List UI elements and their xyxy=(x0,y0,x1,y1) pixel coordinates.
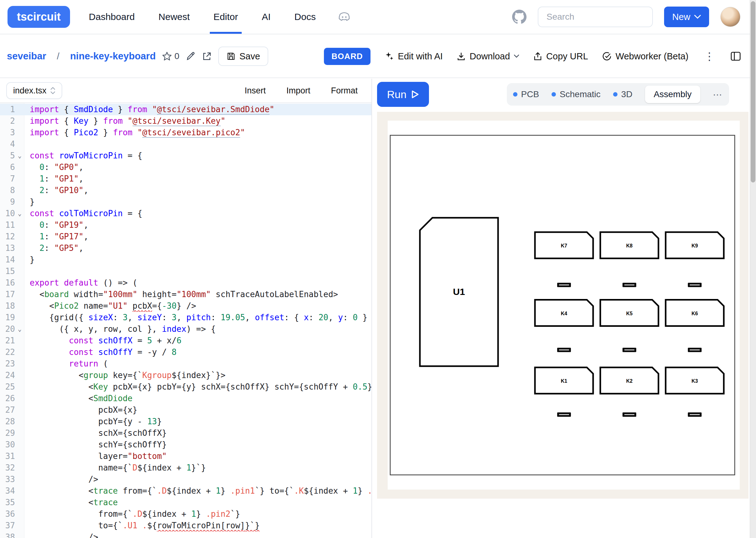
code-area[interactable]: 1import { SmdDiode } from "@tsci/seveiba… xyxy=(0,103,372,538)
code-line-21[interactable]: 21 const schOffX = 5 + x/6 xyxy=(0,335,372,347)
fold-spacer xyxy=(15,266,25,277)
code-line-33[interactable]: 33 /> xyxy=(0,474,372,485)
save-button[interactable]: Save xyxy=(218,47,268,66)
code-line-18[interactable]: 18 <Pico2 name="U1" pcbX={-30} /> xyxy=(0,300,372,312)
nav-link-ai[interactable]: AI xyxy=(262,0,270,34)
new-button[interactable]: New xyxy=(664,7,709,27)
view-tab-assembly[interactable]: Assembly xyxy=(645,85,700,103)
view-tabs-more[interactable]: ⋯ xyxy=(713,89,723,100)
fold-spacer xyxy=(15,485,25,497)
scrollbar-thumb[interactable] xyxy=(751,1,755,183)
line-number: 33 xyxy=(0,474,15,485)
code-line-26[interactable]: 26 <SmdDiode xyxy=(0,393,372,404)
file-select[interactable]: index.tsx xyxy=(6,82,62,99)
code-text: pcbX={x} xyxy=(25,404,372,416)
code-line-20[interactable]: 20⌄ ({ x, y, row, col }, index) => { xyxy=(0,323,372,335)
editor-menu-import[interactable]: Import xyxy=(286,86,311,96)
star-icon xyxy=(162,51,172,61)
view-tab-pcb[interactable]: PCB xyxy=(513,89,539,99)
run-button[interactable]: Run xyxy=(377,82,429,107)
component-key-label-k5: K5 xyxy=(626,311,633,316)
code-text: const schOffX = 5 + x/6 xyxy=(25,335,372,347)
code-line-9[interactable]: 9} xyxy=(0,196,372,208)
code-line-6[interactable]: 6 0: "GP0", xyxy=(0,162,372,173)
code-line-19[interactable]: 19 {grid({ sizeX: 3, sizeY: 3, pitch: 19… xyxy=(0,312,372,323)
code-line-3[interactable]: 3import { Pico2 } from "@tsci/seveibar.p… xyxy=(0,127,372,138)
line-number: 14 xyxy=(0,254,15,266)
code-line-23[interactable]: 23 return ( xyxy=(0,358,372,370)
avatar[interactable] xyxy=(720,7,740,27)
code-line-2[interactable]: 2import { Key } from "@tsci/seveibar.Key… xyxy=(0,115,372,127)
code-line-24[interactable]: 24 <group key={`Kgroup${index}`}> xyxy=(0,370,372,381)
code-line-14[interactable]: 14} xyxy=(0,254,372,266)
status-dot xyxy=(613,92,617,96)
download-icon xyxy=(456,52,466,61)
fold-chevron-icon[interactable]: ⌄ xyxy=(15,150,25,162)
edit-with-ai-label: Edit with AI xyxy=(398,51,443,62)
code-line-37[interactable]: 37 to={`.U1 .${rowToMicroPin[row]}`} xyxy=(0,520,372,531)
rename-button[interactable] xyxy=(186,51,196,61)
fold-spacer xyxy=(15,104,25,115)
fold-spacer xyxy=(15,451,25,462)
star-button[interactable]: 0 xyxy=(162,51,179,61)
code-line-13[interactable]: 13 2: "GP5", xyxy=(0,242,372,254)
nav-link-docs[interactable]: Docs xyxy=(295,0,316,34)
code-line-32[interactable]: 32 name={`D${index + 1}`} xyxy=(0,462,372,474)
editor-menu-format[interactable]: Format xyxy=(331,86,358,96)
code-line-36[interactable]: 36 from={`.D${index + 1} .pin2`} xyxy=(0,508,372,520)
more-menu-icon[interactable]: ⋮ xyxy=(702,50,717,63)
code-line-17[interactable]: 17 <board width="100mm" height="100mm" s… xyxy=(0,289,372,300)
code-line-10[interactable]: 10⌄const colToMicroPin = { xyxy=(0,208,372,219)
board-badge: BOARD xyxy=(324,48,370,65)
nav-link-newest[interactable]: Newest xyxy=(158,0,190,34)
breadcrumb-owner[interactable]: seveibar xyxy=(7,51,46,62)
code-line-22[interactable]: 22 const schOffY = -y / 8 xyxy=(0,347,372,358)
nav-link-editor[interactable]: Editor xyxy=(213,0,238,34)
fork-button[interactable] xyxy=(202,51,212,61)
toggle-panel-button[interactable] xyxy=(730,51,741,61)
download-button[interactable]: Download xyxy=(456,51,519,62)
view-tab-schematic[interactable]: Schematic xyxy=(552,89,601,99)
code-line-4[interactable]: 4 xyxy=(0,138,372,150)
breadcrumb-project[interactable]: nine-key-keyboard xyxy=(70,51,156,62)
code-line-34[interactable]: 34 <trace from={`.D${index + 1} .pin1`} … xyxy=(0,485,372,497)
code-line-12[interactable]: 12 1: "GP17", xyxy=(0,231,372,242)
code-line-30[interactable]: 30 schY={schOffY} xyxy=(0,439,372,451)
breadcrumb-separator: / xyxy=(57,51,59,62)
code-line-1[interactable]: 1import { SmdDiode } from "@tsci/seveiba… xyxy=(0,104,372,115)
view-tab-3d[interactable]: 3D xyxy=(613,89,632,99)
code-line-29[interactable]: 29 schX={schOffX} xyxy=(0,427,372,439)
fold-chevron-icon[interactable]: ⌄ xyxy=(15,323,25,335)
code-line-8[interactable]: 8 2: "GP10", xyxy=(0,185,372,196)
line-number: 26 xyxy=(0,393,15,404)
download-label: Download xyxy=(470,51,510,62)
tscircuit-logo[interactable]: tscircuit xyxy=(8,6,70,28)
code-line-11[interactable]: 11 0: "GP19", xyxy=(0,219,372,231)
code-line-38[interactable]: 38 /> xyxy=(0,531,372,538)
component-u1-label: U1 xyxy=(453,287,465,297)
code-line-28[interactable]: 28 pcbY={y - 13} xyxy=(0,416,372,427)
editor-menu-insert[interactable]: Insert xyxy=(245,86,266,96)
webworker-button[interactable]: Webworker (Beta) xyxy=(602,51,688,62)
code-line-5[interactable]: 5⌄const rowToMicroPin = { xyxy=(0,150,372,162)
code-line-25[interactable]: 25 <Key pcbX={x} pcbY={y} schX={schOffX}… xyxy=(0,381,372,393)
edit-with-ai-button[interactable]: Edit with AI xyxy=(384,51,443,62)
code-text: import { SmdDiode } from "@tsci/seveibar… xyxy=(25,104,372,115)
nav-link-dashboard[interactable]: Dashboard xyxy=(89,0,135,34)
code-line-7[interactable]: 7 1: "GP1", xyxy=(0,173,372,185)
assembly-canvas[interactable]: U1K7K8K9K4K5K6K1K2K3 xyxy=(377,112,748,499)
github-icon[interactable] xyxy=(512,10,527,24)
code-line-27[interactable]: 27 pcbX={x} xyxy=(0,404,372,416)
code-line-35[interactable]: 35 <trace xyxy=(0,497,372,508)
search-input[interactable] xyxy=(538,7,653,27)
code-line-16[interactable]: 16export default () => ( xyxy=(0,277,372,289)
fold-chevron-icon[interactable]: ⌄ xyxy=(15,208,25,219)
copy-url-button[interactable]: Copy URL xyxy=(533,51,588,62)
fold-spacer xyxy=(15,358,25,370)
code-line-15[interactable]: 15 xyxy=(0,266,372,277)
code-text: import { Pico2 } from "@tsci/seveibar.pi… xyxy=(25,127,372,138)
discord-icon[interactable] xyxy=(338,12,351,22)
line-number: 25 xyxy=(0,381,15,393)
fold-spacer xyxy=(15,138,25,150)
code-line-31[interactable]: 31 layer="bottom" xyxy=(0,451,372,462)
